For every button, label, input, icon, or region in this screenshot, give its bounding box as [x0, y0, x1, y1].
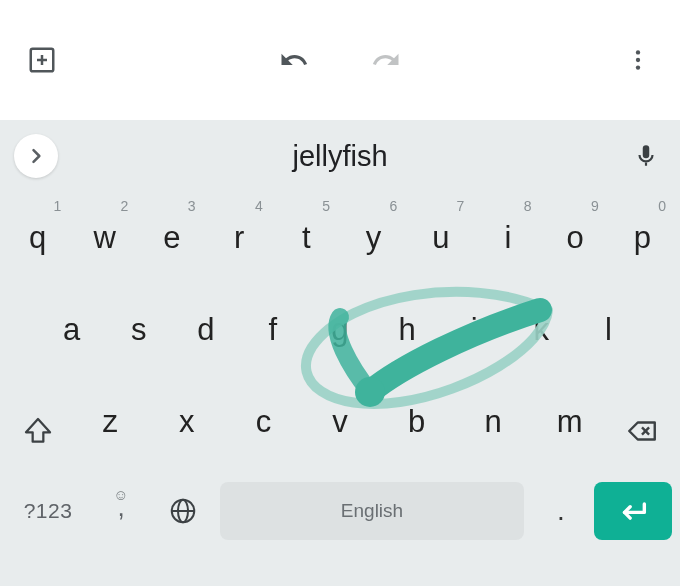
comma-emoji-key[interactable]: ☺ , — [92, 480, 150, 542]
svg-point-3 — [636, 50, 640, 54]
key-label: i — [505, 220, 512, 256]
key-r[interactable]: 4r — [206, 192, 273, 284]
key-label: d — [197, 312, 214, 348]
key-p[interactable]: 0p — [609, 192, 676, 284]
key-label: k — [534, 312, 550, 348]
key-label: o — [567, 220, 584, 256]
key-label: h — [398, 312, 415, 348]
key-q[interactable]: 1q — [4, 192, 71, 284]
overflow-menu-button[interactable] — [618, 40, 658, 80]
topbar-right — [618, 40, 658, 80]
key-j[interactable]: j — [441, 284, 508, 376]
shift-icon — [22, 415, 54, 447]
key-s[interactable]: s — [105, 284, 172, 376]
key-z[interactable]: z — [72, 404, 149, 440]
key-u[interactable]: 7u — [407, 192, 474, 284]
key-n[interactable]: n — [455, 404, 532, 440]
key-label: r — [234, 220, 244, 256]
voice-input-button[interactable] — [626, 136, 666, 176]
key-hint: 7 — [457, 198, 465, 214]
app-topbar — [0, 0, 680, 120]
new-note-button[interactable] — [22, 40, 62, 80]
key-e[interactable]: 3e — [138, 192, 205, 284]
topbar-center — [274, 40, 406, 80]
key-hint: 5 — [322, 198, 330, 214]
key-label: v — [332, 404, 348, 440]
keyboard: jellyfish 1q 2w 3e 4r 5t 6y 7u 8i 9o 0p … — [0, 120, 680, 586]
svg-point-5 — [636, 65, 640, 69]
backspace-key[interactable] — [608, 400, 676, 462]
undo-icon — [279, 45, 309, 75]
key-i[interactable]: 8i — [474, 192, 541, 284]
key-row-2: a s d f g h j k l — [0, 284, 680, 376]
key-hint: 4 — [255, 198, 263, 214]
key-label: p — [634, 220, 651, 256]
key-label: ?123 — [24, 499, 73, 523]
globe-icon — [168, 496, 198, 526]
key-label: g — [331, 312, 348, 348]
key-label: f — [269, 312, 278, 348]
expand-suggestion-button[interactable] — [14, 134, 58, 178]
key-hint: 2 — [121, 198, 129, 214]
period-key[interactable]: . — [532, 480, 590, 542]
key-w[interactable]: 2w — [71, 192, 138, 284]
backspace-icon — [625, 414, 659, 448]
suggestion-text[interactable]: jellyfish — [292, 140, 387, 173]
redo-button[interactable] — [366, 40, 406, 80]
chevron-right-icon — [26, 146, 46, 166]
key-label: x — [179, 404, 195, 440]
enter-icon — [616, 494, 650, 528]
key-d[interactable]: d — [172, 284, 239, 376]
key-a[interactable]: a — [38, 284, 105, 376]
plus-box-icon — [27, 45, 57, 75]
symbols-key[interactable]: ?123 — [8, 480, 88, 542]
suggestion-row: jellyfish — [0, 120, 680, 192]
undo-button[interactable] — [274, 40, 314, 80]
key-label: s — [131, 312, 147, 348]
key-hint: 3 — [188, 198, 196, 214]
key-label: e — [163, 220, 180, 256]
key-label: j — [471, 312, 478, 348]
key-l[interactable]: l — [575, 284, 642, 376]
row3-letters: z x c v b n m — [72, 404, 608, 440]
key-f[interactable]: f — [239, 284, 306, 376]
key-b[interactable]: b — [378, 404, 455, 440]
key-label: . — [557, 495, 565, 527]
key-label: q — [29, 220, 46, 256]
more-vert-icon — [625, 47, 651, 73]
key-h[interactable]: h — [374, 284, 441, 376]
enter-key[interactable] — [594, 482, 672, 540]
key-c[interactable]: c — [225, 404, 302, 440]
key-label: u — [432, 220, 449, 256]
key-v[interactable]: v — [302, 404, 379, 440]
key-label: n — [485, 404, 502, 440]
svg-rect-6 — [645, 163, 647, 166]
key-label: m — [557, 404, 583, 440]
key-m[interactable]: m — [531, 404, 608, 440]
emoji-icon: ☺ — [113, 486, 128, 503]
svg-point-4 — [636, 58, 640, 62]
key-row-1: 1q 2w 3e 4r 5t 6y 7u 8i 9o 0p — [0, 192, 680, 284]
key-label: w — [94, 220, 116, 256]
key-label: z — [103, 404, 119, 440]
key-hint: 1 — [53, 198, 61, 214]
key-row-3: z x c v b n m — [0, 376, 680, 468]
redo-icon — [371, 45, 401, 75]
key-rows: 1q 2w 3e 4r 5t 6y 7u 8i 9o 0p a s d f g … — [0, 192, 680, 586]
key-hint: 8 — [524, 198, 532, 214]
space-key[interactable]: English — [220, 482, 524, 540]
key-label: b — [408, 404, 425, 440]
key-row-4: ?123 ☺ , English . — [0, 468, 680, 554]
key-label: English — [341, 500, 403, 522]
key-y[interactable]: 6y — [340, 192, 407, 284]
key-hint: 6 — [389, 198, 397, 214]
key-x[interactable]: x — [149, 404, 226, 440]
key-hint: 9 — [591, 198, 599, 214]
shift-key[interactable] — [4, 400, 72, 462]
key-hint: 0 — [658, 198, 666, 214]
language-key[interactable] — [154, 480, 212, 542]
key-g[interactable]: g — [306, 284, 373, 376]
key-k[interactable]: k — [508, 284, 575, 376]
key-t[interactable]: 5t — [273, 192, 340, 284]
key-o[interactable]: 9o — [542, 192, 609, 284]
